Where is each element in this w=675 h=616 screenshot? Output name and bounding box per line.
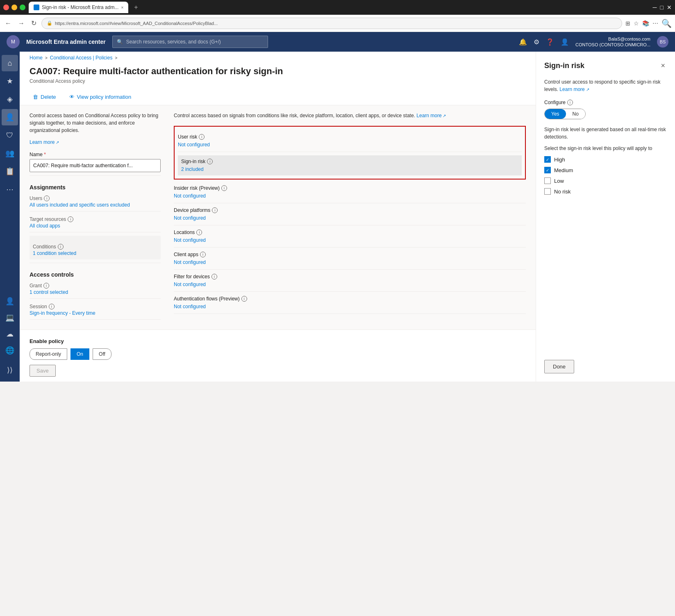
- close-btn[interactable]: ✕: [667, 4, 672, 11]
- client-apps-value[interactable]: Not configured: [174, 259, 206, 265]
- yes-btn[interactable]: Yes: [545, 109, 566, 119]
- notification-icon[interactable]: 🔔: [519, 38, 527, 46]
- auth-flows-info-icon[interactable]: i: [241, 296, 247, 302]
- close-window-btn[interactable]: [3, 5, 9, 10]
- conditions-info-icon[interactable]: i: [58, 244, 64, 250]
- minimize-btn[interactable]: ─: [653, 4, 657, 11]
- done-btn[interactable]: Done: [544, 360, 574, 373]
- new-tab-btn[interactable]: +: [132, 4, 140, 11]
- low-risk-item: Low: [544, 177, 667, 184]
- users-divider: [30, 211, 161, 211]
- configure-info-icon[interactable]: i: [567, 100, 573, 105]
- tab-close-btn[interactable]: ×: [121, 5, 123, 10]
- no-risk-checkbox[interactable]: [544, 188, 551, 195]
- filter-devices-value[interactable]: Not configured: [174, 282, 206, 287]
- delete-icon: 🗑: [33, 94, 38, 100]
- sidebar-item-favorites[interactable]: ★: [2, 73, 18, 89]
- user-risk-item: User risk i Not configured: [178, 130, 522, 152]
- client-apps-info-icon[interactable]: i: [200, 252, 206, 257]
- minimize-window-btn[interactable]: [11, 5, 17, 10]
- name-input[interactable]: [30, 159, 161, 172]
- search-input[interactable]: [126, 39, 264, 45]
- filter-devices-info-icon[interactable]: i: [211, 274, 217, 280]
- medium-risk-checkbox[interactable]: ✓: [544, 167, 551, 173]
- search-sidebar-btn[interactable]: 🔍: [661, 18, 672, 28]
- left-panel-learn-more[interactable]: Learn more: [30, 139, 59, 145]
- avatar[interactable]: BS: [657, 36, 668, 48]
- target-resources-value[interactable]: All cloud apps: [30, 223, 161, 229]
- address-bar[interactable]: 🔒 https://entra.microsoft.com/#view/Micr…: [41, 18, 622, 29]
- back-btn[interactable]: ←: [3, 18, 13, 29]
- delete-btn[interactable]: 🗑 Delete: [30, 92, 59, 102]
- insider-risk-value[interactable]: Not configured: [174, 193, 206, 199]
- users-info-icon[interactable]: i: [44, 195, 50, 201]
- filter-devices-label: Filter for devices i: [174, 274, 526, 280]
- device-platforms-value[interactable]: Not configured: [174, 215, 206, 221]
- sidebar-item-groups[interactable]: 👥: [2, 145, 18, 161]
- device-platforms-info-icon[interactable]: i: [212, 207, 218, 213]
- on-btn[interactable]: On: [70, 348, 89, 360]
- target-info-icon[interactable]: i: [68, 216, 73, 222]
- browser-tab[interactable]: Sign-in risk - Microsoft Entra adm... ×: [29, 2, 128, 13]
- report-only-btn[interactable]: Report-only: [30, 348, 67, 360]
- sidebar-item-bottom-user[interactable]: 👤: [2, 293, 18, 309]
- sidebar-item-global[interactable]: 🌐: [2, 342, 18, 359]
- insider-risk-info-icon[interactable]: i: [221, 185, 227, 191]
- no-btn[interactable]: No: [566, 109, 585, 119]
- sidebar-item-identity[interactable]: ◈: [2, 91, 18, 107]
- user-risk-info-icon[interactable]: i: [199, 134, 205, 140]
- locations-info-icon[interactable]: i: [196, 230, 202, 235]
- conditions-learn-more[interactable]: Learn more: [416, 113, 446, 118]
- sign-in-risk-info-icon[interactable]: i: [207, 159, 213, 164]
- sidebar-item-applications[interactable]: 📋: [2, 163, 18, 180]
- grant-divider: [30, 298, 161, 299]
- collections-icon[interactable]: 📚: [642, 20, 649, 27]
- grant-info-icon[interactable]: i: [43, 283, 49, 289]
- help-icon[interactable]: ❓: [546, 38, 554, 46]
- settings-icon[interactable]: ⚙: [534, 38, 539, 46]
- user-name: BalaS@contoso.com: [575, 36, 650, 42]
- feedback-icon[interactable]: 👤: [561, 38, 569, 46]
- conditions-value[interactable]: 1 condition selected: [33, 250, 157, 256]
- side-panel-close-btn[interactable]: ×: [659, 60, 667, 72]
- high-risk-checkbox[interactable]: ✓: [544, 156, 551, 163]
- user-org: CONTOSO (CONTOSO.ONMICRO...: [575, 42, 650, 48]
- sign-in-risk-value[interactable]: 2 included: [181, 166, 204, 172]
- save-btn[interactable]: Save: [30, 365, 56, 377]
- session-info-icon[interactable]: i: [49, 304, 55, 309]
- users-value[interactable]: All users included and specific users ex…: [30, 202, 161, 208]
- session-value[interactable]: Sign-in frequency - Every time: [30, 310, 161, 316]
- sidebar-item-devices[interactable]: 💻: [2, 309, 18, 326]
- refresh-btn[interactable]: ↻: [30, 18, 38, 29]
- user-risk-value[interactable]: Not configured: [178, 142, 210, 148]
- sidebar-item-users[interactable]: 👤: [2, 109, 18, 125]
- breadcrumb-conditional-access[interactable]: Conditional Access | Policies: [50, 55, 113, 61]
- low-risk-checkbox[interactable]: [544, 177, 551, 184]
- sidebar-item-cloud[interactable]: ☁: [2, 326, 18, 342]
- locations-item: Locations i Not configured: [174, 225, 526, 248]
- restore-btn[interactable]: □: [660, 4, 664, 11]
- page-header: CA007: Require multi-factor authenticati…: [20, 64, 536, 89]
- window-controls[interactable]: [3, 5, 25, 10]
- sidebar-item-protection[interactable]: 🛡: [2, 127, 18, 143]
- view-policy-btn[interactable]: 👁 View policy information: [66, 92, 135, 102]
- breadcrumb: Home > Conditional Access | Policies >: [20, 52, 536, 64]
- off-btn[interactable]: Off: [93, 348, 111, 360]
- forward-btn[interactable]: →: [16, 18, 26, 29]
- maximize-window-btn[interactable]: [20, 5, 25, 10]
- locations-value[interactable]: Not configured: [174, 237, 206, 243]
- favorites-icon[interactable]: ☆: [634, 20, 639, 27]
- high-risk-item: ✓ High: [544, 156, 667, 163]
- more-icon[interactable]: ⋯: [652, 20, 658, 27]
- side-panel-learn-more[interactable]: Learn more: [559, 86, 589, 92]
- auth-flows-value[interactable]: Not configured: [174, 304, 206, 309]
- sidebar-item-expand[interactable]: ⟩⟩: [2, 362, 18, 378]
- required-star: *: [44, 152, 46, 157]
- sidebar-item-more[interactable]: ⋯: [2, 181, 18, 198]
- sidebar-item-home[interactable]: ⌂: [2, 55, 18, 71]
- grant-value[interactable]: 1 control selected: [30, 289, 161, 295]
- breadcrumb-home[interactable]: Home: [30, 55, 43, 61]
- side-panel-header: Sign-in risk ×: [544, 60, 667, 72]
- extensions-icon[interactable]: ⊞: [625, 20, 630, 27]
- search-box[interactable]: 🔍: [112, 36, 268, 48]
